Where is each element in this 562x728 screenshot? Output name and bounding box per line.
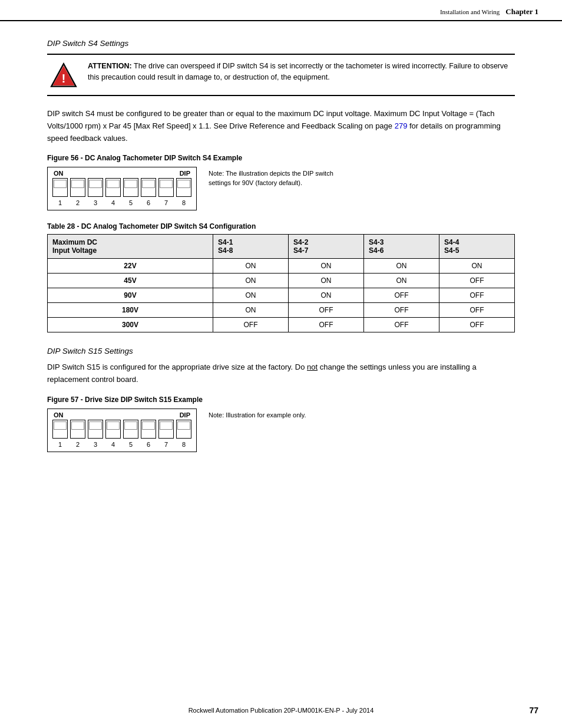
section-s15: DIP Switch S15 Settings DIP Switch S15 i… (47, 347, 515, 452)
section-s4: DIP Switch S4 Settings ! ATTENTION: The … (47, 39, 515, 332)
page-header: Installation and Wiring Chapter 1 (0, 0, 562, 21)
on-label: ON (54, 170, 64, 177)
table28-cell-3-0: 180V (48, 303, 213, 318)
page-link-279[interactable]: 279 (395, 121, 408, 130)
dip-num-6: 6 (141, 199, 156, 206)
s4-body-text: DIP switch S4 must be configured to be g… (47, 108, 515, 144)
figure57-switch-3 (88, 420, 103, 439)
figure57-on-label: ON (54, 411, 64, 419)
table28-cell-2-1: ON (213, 288, 289, 303)
figure57-switches-row (52, 420, 191, 439)
section-s4-title: DIP Switch S4 Settings (47, 39, 515, 48)
content-area: DIP Switch S4 Settings ! ATTENTION: The … (0, 21, 562, 493)
table28-cell-1-1: ON (213, 274, 289, 288)
section-s15-title: DIP Switch S15 Settings (47, 347, 515, 355)
table28-cell-0-2: ON (289, 259, 364, 274)
table28-cell-3-3: OFF (364, 303, 439, 318)
dip-switch-1 (52, 178, 68, 197)
dip-num-4: 4 (105, 199, 121, 206)
table28-cell-1-0: 45V (48, 274, 213, 288)
figure57-note: Note: Illustration for example only. (209, 409, 306, 420)
dip-switches-row (52, 178, 191, 197)
underline-not: not (307, 363, 318, 371)
dip-num-8: 8 (176, 199, 191, 206)
figure57-title: Figure 57 - Drive Size DIP Switch S15 Ex… (47, 396, 515, 404)
table28-cell-1-2: ON (289, 274, 364, 288)
dip-num-3: 3 (88, 199, 103, 206)
figure57-switch-8 (176, 420, 191, 439)
table-row: 90VONONOFFOFF (48, 288, 515, 303)
figure57-switch-1 (52, 420, 68, 439)
figure57-num-1: 1 (52, 441, 68, 448)
table28-cell-4-1: OFF (213, 318, 289, 332)
dip-top-labels: ON DIP (52, 170, 191, 177)
dip-bottom-labels: 1 2 3 4 5 6 7 8 (52, 199, 191, 206)
table28-cell-0-0: 22V (48, 259, 213, 274)
table28-cell-4-0: 300V (48, 318, 213, 332)
table-row: 22VONONONON (48, 259, 515, 274)
dip-switch-7 (158, 178, 174, 197)
col-voltage: Maximum DCInput Voltage (48, 235, 213, 259)
s15-body-text: DIP Switch S15 is configured for the app… (47, 361, 515, 386)
table28-cell-2-4: OFF (439, 288, 514, 303)
table28-cell-4-2: OFF (289, 318, 364, 332)
attention-label: ATTENTION: (88, 62, 132, 70)
figure57-num-5: 5 (123, 441, 138, 448)
footer-page-number: 77 (529, 706, 538, 715)
figure57-num-8: 8 (176, 441, 191, 448)
table28-cell-0-4: ON (439, 259, 514, 274)
dip-switch-6 (141, 178, 156, 197)
table28-cell-4-4: OFF (439, 318, 514, 332)
figure56-dip-diagram: ON DIP 1 2 (47, 167, 197, 210)
dip-num-7: 7 (158, 199, 174, 206)
table28-cell-1-3: ON (364, 274, 439, 288)
page: Installation and Wiring Chapter 1 DIP Sw… (0, 0, 562, 728)
figure57-switch-6 (141, 420, 156, 439)
figure56-note: Note: The illustration depicts the DIP s… (209, 167, 344, 187)
table28-cell-1-4: OFF (439, 274, 514, 288)
footer-text: Rockwell Automation Publication 20P-UM00… (189, 707, 374, 714)
figure57-dip-label: DIP (180, 411, 190, 419)
figure57-bottom-labels: 1 2 3 4 5 6 7 8 (52, 441, 191, 448)
warning-triangle-icon: ! (49, 61, 78, 89)
figure57-num-3: 3 (88, 441, 103, 448)
table28-cell-4-3: OFF (364, 318, 439, 332)
figure57-switch-5 (123, 420, 138, 439)
dip-switch-4 (105, 178, 121, 197)
dip-switch-2 (70, 178, 85, 197)
figure56-title: Figure 56 - DC Analog Tachometer DIP Swi… (47, 154, 515, 162)
attention-text: ATTENTION: The drive can overspeed if DI… (88, 61, 515, 83)
table28-cell-3-1: ON (213, 303, 289, 318)
dip-switch-5 (123, 178, 138, 197)
dip-num-1: 1 (52, 199, 68, 206)
figure56-diagram-row: ON DIP 1 2 (47, 167, 515, 210)
dip-switch-8 (176, 178, 191, 197)
figure57-num-6: 6 (141, 441, 156, 448)
figure57-switch-2 (70, 420, 85, 439)
table-row: 45VONONONOFF (48, 274, 515, 288)
header-chapter: Chapter 1 (505, 7, 538, 17)
table28-cell-0-3: ON (364, 259, 439, 274)
table28-header-row: Maximum DCInput Voltage S4-1S4-8 S4-2S4-… (48, 235, 515, 259)
col-s41-s48: S4-1S4-8 (213, 235, 289, 259)
header-section: Installation and Wiring (440, 8, 500, 15)
dip-num-2: 2 (70, 199, 85, 206)
table28-cell-3-4: OFF (439, 303, 514, 318)
attention-icon: ! (47, 61, 80, 89)
figure57-num-4: 4 (105, 441, 121, 448)
table-row: 180VONOFFOFFOFF (48, 303, 515, 318)
col-s42-s47: S4-2S4-7 (289, 235, 364, 259)
table28-cell-2-3: OFF (364, 288, 439, 303)
attention-body: The drive can overspeed if DIP switch S4… (88, 62, 508, 81)
col-s44-s45: S4-4S4-5 (439, 235, 514, 259)
figure57-switch-7 (158, 420, 174, 439)
figure57-switch-4 (105, 420, 121, 439)
figure57-top-labels: ON DIP (52, 411, 191, 419)
dip-num-5: 5 (123, 199, 138, 206)
table28-title: Table 28 - DC Analog Tachometer DIP Swit… (47, 222, 515, 230)
figure57-num-2: 2 (70, 441, 85, 448)
table28-cell-2-0: 90V (48, 288, 213, 303)
attention-box: ! ATTENTION: The drive can overspeed if … (47, 54, 515, 96)
figure57-diagram-row: ON DIP 1 2 (47, 409, 515, 452)
table28: Maximum DCInput Voltage S4-1S4-8 S4-2S4-… (47, 234, 515, 332)
